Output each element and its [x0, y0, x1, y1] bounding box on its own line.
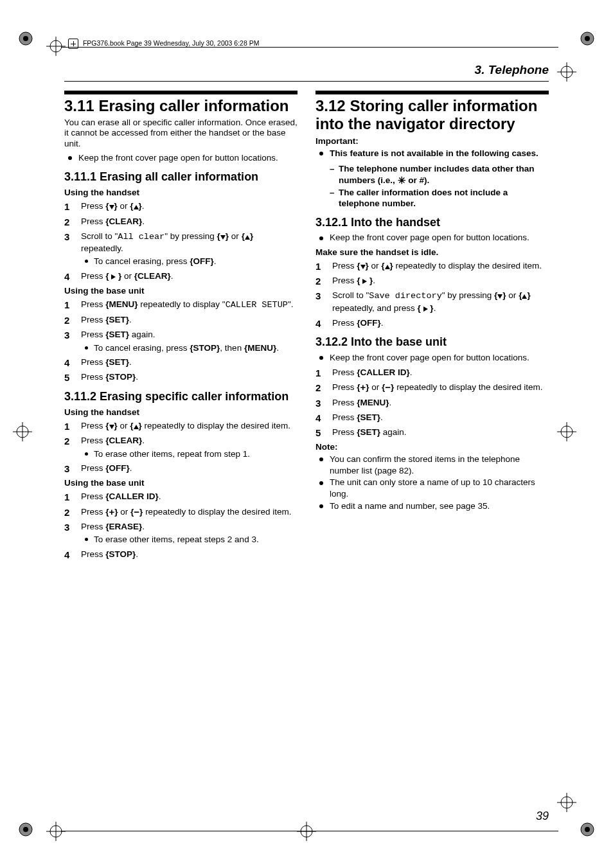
registration-mark-icon — [13, 817, 39, 842]
section-3-11-heading: 3.11 Erasing caller information — [64, 97, 298, 115]
stop-key: {STOP} — [105, 372, 136, 382]
down-key: {} — [357, 261, 369, 270]
important-cases: The telephone number includes data other… — [315, 163, 549, 209]
down-key: {} — [105, 421, 118, 430]
svg-point-5 — [585, 36, 590, 41]
substep: To cancel erasing, press {OFF}. — [90, 256, 298, 267]
chapter-rule — [64, 81, 549, 82]
crosshair-icon — [556, 421, 578, 443]
important-bullet: This feature is not available in the fol… — [327, 148, 549, 159]
keep-cover-note: Keep the front cover page open for butto… — [315, 352, 549, 364]
plus-key: {+} — [357, 382, 369, 392]
substeps: To erase other items, repeat from step 1… — [81, 448, 298, 460]
steps-3-12-2: Press {CALLER ID}. Press {+} or {−} repe… — [315, 367, 549, 438]
section-bar — [315, 91, 549, 94]
substep: To erase other items, repeat steps 2 and… — [90, 534, 298, 545]
up-key: {} — [519, 290, 531, 300]
up-arrow-icon — [385, 265, 390, 269]
up-arrow-icon — [134, 425, 139, 429]
down-arrow-icon — [109, 425, 114, 429]
step: Press {+} or {−} repeatedly to display t… — [315, 382, 549, 393]
step: Press {CALLER ID}. — [64, 491, 298, 502]
section-3-12-2-heading: 3.12.2 Into the base unit — [315, 335, 549, 350]
clear-key: {CLEAR} — [134, 271, 171, 281]
crosshair-icon — [45, 820, 67, 842]
section-3-12-1-heading: 3.12.1 Into the handset — [315, 216, 549, 230]
step: Press {} or {}. — [64, 200, 298, 212]
steps-3-11-1-handset: Press {} or {}. Press {CLEAR}. Scroll to… — [64, 200, 298, 282]
step: Press {} or {} repeatedly to display the… — [64, 420, 298, 432]
plus-icon: + — [360, 384, 366, 391]
note-item: To edit a name and number, see page 35. — [327, 500, 549, 512]
substeps: To erase other items, repeat steps 2 and… — [81, 534, 298, 545]
set-key: {SET} — [105, 357, 129, 367]
important-case: The caller information does not include … — [330, 187, 549, 209]
step: Press {OFF}. — [64, 463, 298, 474]
idle-precondition: Make sure the handset is idle. — [315, 247, 549, 257]
step: Press {SET} again. To cancel erasing, pr… — [64, 329, 298, 353]
step: Scroll to "Save directory" by pressing {… — [315, 290, 549, 314]
step: Press {SET}. — [315, 412, 549, 423]
right-column: 3.12 Storing caller information into the… — [315, 91, 549, 563]
keep-cover-bullet: Keep the front cover page open for butto… — [76, 152, 298, 164]
registration-mark-icon — [574, 817, 600, 842]
down-key: {} — [494, 290, 506, 300]
substep: To erase other items, repeat from step 1… — [90, 448, 298, 460]
set-key: {SET} — [105, 315, 129, 324]
section-3-11-intro: You can erase all or specific caller inf… — [64, 118, 298, 150]
step: Press {STOP}. — [64, 371, 298, 383]
minus-icon: − — [385, 384, 391, 391]
step: Scroll to "All clear" by pressing {} or … — [64, 231, 298, 267]
star-icon: ✳ — [398, 174, 406, 187]
display-text: CALLER SETUP — [226, 300, 288, 310]
clear-key: {CLEAR} — [105, 217, 142, 226]
plus-icon: + — [109, 509, 115, 515]
step: Press {SET} again. — [315, 427, 549, 438]
keep-cover-bullet: Keep the front cover page open for butto… — [327, 352, 549, 364]
section-3-11-2-heading: 3.11.2 Erasing specific caller informati… — [64, 390, 298, 404]
erase-key: {ERASE} — [105, 522, 142, 531]
registration-mark-icon — [574, 26, 600, 51]
up-arrow-icon — [134, 205, 139, 209]
down-arrow-icon — [497, 294, 502, 299]
svg-point-11 — [585, 827, 590, 832]
step: Press {MENU}. — [315, 397, 549, 409]
minus-key: {−} — [382, 382, 394, 392]
down-arrow-icon — [220, 235, 226, 240]
menu-key: {MENU} — [105, 299, 138, 309]
stop-key: {STOP} — [105, 549, 136, 559]
steps-3-11-2-base: Press {CALLER ID}. Press {+} or {−} repe… — [64, 491, 298, 560]
display-text: All clear — [118, 232, 164, 242]
right-key: { } — [357, 276, 373, 285]
down-arrow-icon — [109, 205, 114, 209]
step: Press {SET}. — [64, 357, 298, 368]
step: Press {SET}. — [64, 314, 298, 326]
down-key: {} — [217, 231, 229, 241]
steps-3-11-2-handset: Press {} or {} repeatedly to display the… — [64, 420, 298, 474]
set-key: {SET} — [105, 330, 129, 339]
stop-key: {STOP} — [190, 343, 220, 353]
right-arrow-icon — [111, 274, 116, 279]
step: Press {OFF}. — [315, 317, 549, 329]
note-head: Note: — [315, 442, 549, 452]
frame-top-rule — [61, 47, 558, 48]
important-head: Important: — [315, 136, 549, 146]
step: Press {+} or {−} repeatedly to display t… — [64, 506, 298, 518]
keep-cover-bullet: Keep the front cover page open for butto… — [327, 232, 549, 244]
set-key: {SET} — [357, 427, 380, 437]
up-key: {} — [130, 201, 142, 211]
menu-key: {MENU} — [244, 343, 276, 353]
book-marker-icon — [68, 39, 78, 49]
down-key: {} — [105, 201, 118, 211]
using-base-head: Using the base unit — [64, 478, 298, 488]
right-key: { } — [418, 303, 434, 313]
print-meta-text: FPG376.book Page 39 Wednesday, July 30, … — [83, 39, 260, 47]
step: Press {CLEAR}. — [64, 216, 298, 227]
plus-key: {+} — [105, 507, 118, 517]
step: Press {CALLER ID}. — [315, 367, 549, 378]
set-key: {SET} — [357, 412, 380, 422]
substeps: To cancel erasing, press {STOP}, then {M… — [81, 342, 298, 354]
note-item: The unit can only store a name of up to … — [327, 477, 549, 499]
up-key: {} — [242, 231, 254, 241]
callerid-key: {CALLER ID} — [357, 368, 410, 377]
